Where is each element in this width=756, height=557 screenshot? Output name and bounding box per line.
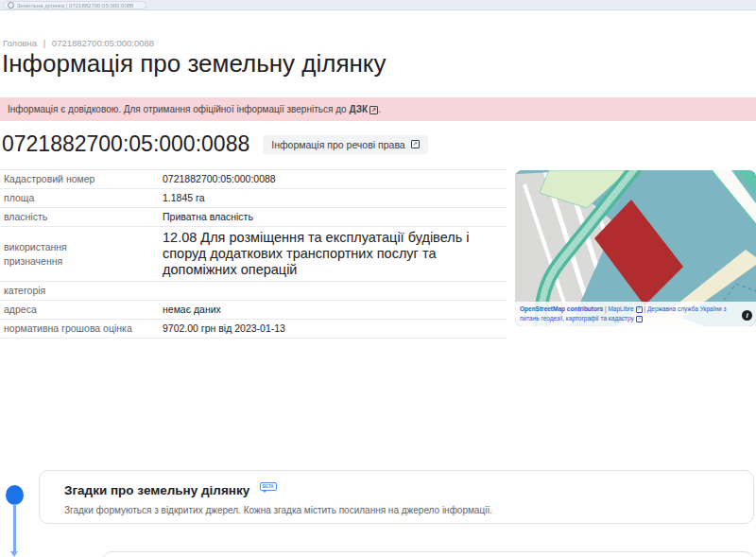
detail-value: Приватна власність <box>163 211 507 223</box>
detail-row: власністьПриватна власність <box>0 208 507 227</box>
beta-badge-icon: BETA <box>260 482 277 491</box>
disclaimer-banner: Інформація є довідковою. Для отримання о… <box>0 97 756 121</box>
timeline-arrow-icon <box>10 551 18 557</box>
detail-row: використанняпризначення12.08 Для розміще… <box>0 227 507 282</box>
dzk-link[interactable]: ДЗК↗ <box>350 104 379 114</box>
osm-link[interactable]: OpenStreetMap contributors <box>520 305 603 312</box>
detail-value: 1.1845 га <box>163 192 507 204</box>
page: { "colors": { "accent_blue": "#1a73e8", … <box>0 0 756 557</box>
tab-favicon-icon <box>8 2 14 9</box>
page-title: Інформація про земельну ділянку <box>2 49 387 78</box>
external-link-icon: ↗ <box>369 106 378 114</box>
parcel-number: 0721882700:05:000:0088 <box>2 131 249 157</box>
detail-label: категорія <box>0 285 163 297</box>
timeline-dot <box>6 485 24 505</box>
detail-label: Кадастровий номер <box>0 173 163 185</box>
mentions-description: Згадки формуються з відкритих джерел. Ко… <box>64 505 753 515</box>
maplibre-link[interactable]: MapLibre↗ <box>608 305 642 312</box>
parcel-map[interactable]: OpenStreetMap contributors | MapLibre↗ |… <box>515 170 756 326</box>
detail-row: категорія <box>0 282 507 301</box>
external-link-icon: ↗ <box>636 306 643 313</box>
detail-label: нормативна грошова оцінка <box>0 322 163 335</box>
browser-tab-bar: Земельна ділянка | 0721882700:05:000:008… <box>0 0 756 10</box>
breadcrumb-current: 0721882700:05:000:0088 <box>52 38 154 48</box>
parcel-header: 0721882700:05:000:0088 Інформація про ре… <box>2 131 428 157</box>
timeline-line <box>13 504 16 552</box>
disclaimer-suffix: . <box>378 104 381 114</box>
breadcrumb-home[interactable]: Головна <box>3 38 37 48</box>
detail-label: використанняпризначення <box>0 240 163 269</box>
detail-row: площа1.1845 га <box>0 189 507 208</box>
detail-value: 12.08 Для розміщення та експлуатації буд… <box>163 230 507 278</box>
breadcrumb-separator: | <box>43 38 45 48</box>
mention-item-card <box>102 551 754 557</box>
mentions-title: Згадки про земельну ділянку <box>64 483 249 497</box>
details-table: Кадастровий номер0721882700:05:000:0088п… <box>0 169 507 339</box>
detail-value: 0721882700:05:000:0088 <box>163 173 507 185</box>
external-link-icon: ↗ <box>636 316 643 322</box>
detail-value: 9702.00 грн від 2023-01-13 <box>163 322 507 335</box>
browser-tab[interactable]: Земельна ділянка | 0721882700:05:000:008… <box>3 1 146 9</box>
breadcrumb: Головна | 0721882700:05:000:0088 <box>3 38 158 48</box>
detail-row: нормативна грошова оцінка9702.00 грн від… <box>0 320 507 339</box>
detail-label: адреса <box>0 304 163 316</box>
tab-title: Земельна ділянка | 0721882700:05:000:008… <box>17 3 133 9</box>
detail-row: Кадастровий номер0721882700:05:000:0088 <box>0 170 507 189</box>
mentions-card: Згадки про земельну ділянку BETA Згадки … <box>39 470 754 524</box>
external-link-icon: ↗ <box>411 140 420 148</box>
detail-row: адресанемає даних <box>0 301 507 320</box>
map-attribution: OpenStreetMap contributors | MapLibre↗ |… <box>515 302 756 326</box>
detail-label: площа <box>0 192 163 204</box>
detail-label: власність <box>0 211 163 223</box>
detail-value: немає даних <box>163 304 507 316</box>
info-icon[interactable]: i <box>742 310 752 321</box>
disclaimer-text: Інформація є довідковою. Для отримання о… <box>8 104 347 114</box>
rights-info-button[interactable]: Інформація про речові права ↗ <box>263 135 427 154</box>
